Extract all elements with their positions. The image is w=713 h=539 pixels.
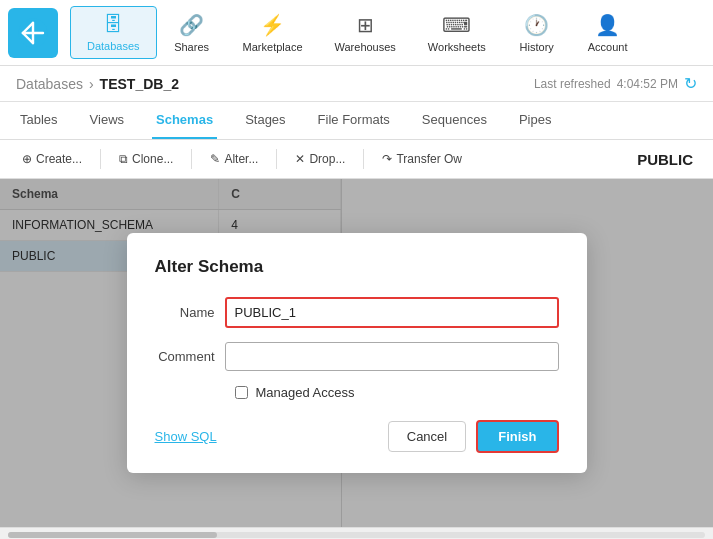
modal-title: Alter Schema (155, 257, 559, 277)
tab-stages[interactable]: Stages (241, 102, 289, 139)
refresh-button[interactable]: ↻ (684, 74, 697, 93)
sub-header: Databases › TEST_DB_2 Last refreshed 4:0… (0, 66, 713, 102)
action-divider-4 (363, 149, 364, 169)
name-field-group: Name (155, 297, 559, 328)
nav-item-warehouses[interactable]: ⊞ Warehouses (319, 7, 412, 59)
refresh-time: 4:04:52 PM (617, 77, 678, 91)
top-navigation: 🗄 Databases 🔗 Shares ⚡ Marketplace ⊞ War… (0, 0, 713, 66)
breadcrumb-separator: › (89, 76, 94, 92)
tab-pipes[interactable]: Pipes (515, 102, 556, 139)
nav-warehouses-label: Warehouses (335, 41, 396, 53)
clone-button[interactable]: ⧉ Clone... (109, 148, 183, 170)
modal-footer: Show SQL Cancel Finish (155, 420, 559, 453)
nav-worksheets-label: Worksheets (428, 41, 486, 53)
transfer-icon: ↷ (382, 152, 392, 166)
alter-button[interactable]: ✎ Alter... (200, 148, 268, 170)
modal-overlay: Alter Schema Name Comment Managed Access… (0, 179, 713, 527)
comment-input[interactable] (225, 342, 559, 371)
refresh-info: Last refreshed 4:04:52 PM ↻ (534, 74, 697, 93)
nav-item-databases[interactable]: 🗄 Databases (70, 6, 157, 59)
nav-marketplace-label: Marketplace (243, 41, 303, 53)
warehouses-icon: ⊞ (357, 13, 374, 37)
account-icon: 👤 (595, 13, 620, 37)
transfer-ownership-button[interactable]: ↷ Transfer Ow (372, 148, 472, 170)
breadcrumb-parent[interactable]: Databases (16, 76, 83, 92)
name-input[interactable] (225, 297, 559, 328)
alter-icon: ✎ (210, 152, 220, 166)
finish-button[interactable]: Finish (476, 420, 558, 453)
managed-access-group: Managed Access (155, 385, 559, 400)
scrollbar-track[interactable] (8, 532, 705, 538)
modal-actions: Cancel Finish (388, 420, 559, 453)
nav-item-marketplace[interactable]: ⚡ Marketplace (227, 7, 319, 59)
comment-label: Comment (155, 349, 225, 364)
history-icon: 🕐 (524, 13, 549, 37)
show-sql-link[interactable]: Show SQL (155, 429, 217, 444)
alter-schema-modal: Alter Schema Name Comment Managed Access… (127, 233, 587, 473)
tab-views[interactable]: Views (86, 102, 128, 139)
nav-item-shares[interactable]: 🔗 Shares (157, 7, 227, 59)
tab-schemas[interactable]: Schemas (152, 102, 217, 139)
nav-item-history[interactable]: 🕐 History (502, 7, 572, 59)
app-logo (8, 8, 58, 58)
comment-field-group: Comment (155, 342, 559, 371)
scrollbar-area (0, 527, 713, 539)
tab-sequences[interactable]: Sequences (418, 102, 491, 139)
action-divider-3 (276, 149, 277, 169)
managed-access-checkbox[interactable] (235, 386, 248, 399)
drop-icon: ✕ (295, 152, 305, 166)
managed-access-label[interactable]: Managed Access (256, 385, 355, 400)
breadcrumb: Databases › TEST_DB_2 (16, 76, 179, 92)
action-bar: ⊕ Create... ⧉ Clone... ✎ Alter... ✕ Drop… (0, 140, 713, 179)
breadcrumb-current: TEST_DB_2 (100, 76, 179, 92)
tab-bar: Tables Views Schemas Stages File Formats… (0, 102, 713, 140)
create-icon: ⊕ (22, 152, 32, 166)
databases-icon: 🗄 (103, 13, 123, 36)
create-button[interactable]: ⊕ Create... (12, 148, 92, 170)
action-divider-2 (191, 149, 192, 169)
tab-tables[interactable]: Tables (16, 102, 62, 139)
refresh-label: Last refreshed (534, 77, 611, 91)
clone-icon: ⧉ (119, 152, 128, 166)
cancel-button[interactable]: Cancel (388, 421, 466, 452)
shares-icon: 🔗 (179, 13, 204, 37)
nav-items: 🗄 Databases 🔗 Shares ⚡ Marketplace ⊞ War… (70, 6, 705, 59)
nav-shares-label: Shares (174, 41, 209, 53)
tab-file-formats[interactable]: File Formats (314, 102, 394, 139)
nav-account-label: Account (588, 41, 628, 53)
marketplace-icon: ⚡ (260, 13, 285, 37)
selected-schema-label: PUBLIC (637, 151, 701, 168)
nav-item-account[interactable]: 👤 Account (572, 7, 644, 59)
name-label: Name (155, 305, 225, 320)
action-divider-1 (100, 149, 101, 169)
main-content: Schema C INFORMATION_SCHEMA 4 PUBLIC 2 (0, 179, 713, 527)
nav-item-worksheets[interactable]: ⌨ Worksheets (412, 7, 502, 59)
nav-history-label: History (520, 41, 554, 53)
worksheets-icon: ⌨ (442, 13, 471, 37)
drop-button[interactable]: ✕ Drop... (285, 148, 355, 170)
nav-databases-label: Databases (87, 40, 140, 52)
scrollbar-thumb[interactable] (8, 532, 217, 538)
